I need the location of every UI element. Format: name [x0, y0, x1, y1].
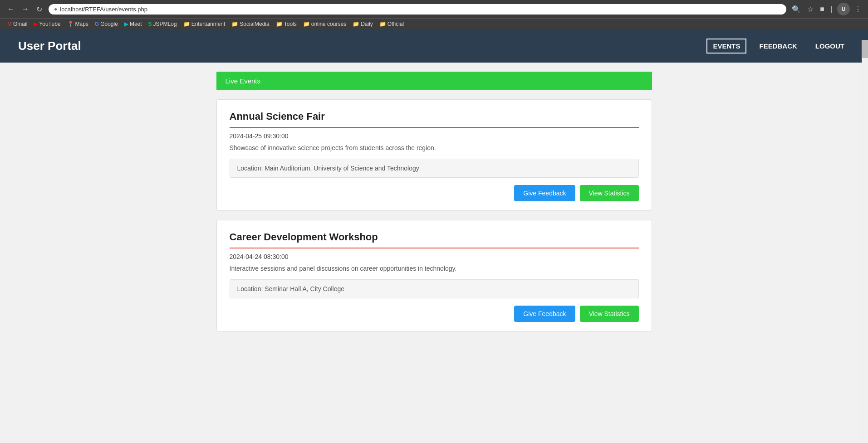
event-description-2: Interactive sessions and panel discussio… — [230, 265, 639, 272]
meet-icon: ▶ — [124, 21, 128, 27]
reload-button[interactable]: ↻ — [34, 4, 45, 15]
event-card-1: Annual Science Fair 2024-04-25 09:30:00 … — [216, 99, 652, 211]
view-statistics-button-2[interactable]: View Statistics — [580, 306, 639, 322]
event-date-1: 2024-04-25 09:30:00 — [230, 132, 639, 140]
gmail-icon: M — [7, 21, 12, 27]
bookmark-maps[interactable]: 📍 Maps — [64, 20, 91, 28]
forward-button[interactable]: → — [19, 4, 32, 14]
app-title: User Portal — [18, 39, 81, 53]
bookmark-socialmedia-label: SocialMedia — [240, 21, 269, 27]
bookmark-button[interactable]: ☆ — [805, 4, 815, 15]
bookmark-onlinecourses-label: online courses — [311, 21, 346, 27]
bookmark-jspmlog-label: JSPMLog — [153, 21, 177, 27]
event-title-1: Annual Science Fair — [230, 111, 639, 128]
event-location-1: Location: Main Auditorium, University of… — [230, 159, 639, 178]
bookmark-google[interactable]: G Google — [92, 20, 121, 28]
browser-nav-buttons: ← → ↻ — [5, 4, 45, 15]
maps-icon: 📍 — [67, 21, 74, 27]
give-feedback-button-2[interactable]: Give Feedback — [514, 306, 575, 322]
bookmark-onlinecourses[interactable]: 📁 online courses — [300, 20, 349, 28]
event-actions-1: Give Feedback View Statistics — [230, 178, 639, 210]
folder-daily-icon: 📁 — [353, 21, 359, 27]
search-button[interactable]: 🔍 — [790, 4, 803, 15]
bookmark-meet-label: Meet — [130, 21, 142, 27]
give-feedback-button-1[interactable]: Give Feedback — [514, 185, 575, 201]
bookmark-jspmlog[interactable]: S JSPMLog — [146, 20, 180, 28]
bookmark-meet[interactable]: ▶ Meet — [122, 20, 145, 28]
nav-feedback[interactable]: FEEDBACK — [754, 39, 802, 53]
app-header: User Portal EVENTS FEEDBACK LOGOUT — [0, 29, 868, 63]
bookmark-socialmedia[interactable]: 📁 SocialMedia — [229, 20, 272, 28]
view-statistics-button-1[interactable]: View Statistics — [580, 185, 639, 201]
nav-links: EVENTS FEEDBACK LOGOUT — [706, 39, 850, 54]
event-date-2: 2024-04-24 08:30:00 — [230, 253, 639, 260]
main-content: Live Events Annual Science Fair 2024-04-… — [207, 63, 661, 350]
bookmark-youtube[interactable]: ▶ YouTube — [31, 20, 63, 28]
live-events-label: Live Events — [226, 77, 261, 85]
event-description-1: Showcase of innovative science projects … — [230, 144, 639, 151]
address-icon: ● — [54, 6, 57, 12]
bookmark-official[interactable]: 📁 Official — [377, 20, 407, 28]
folder-entertainment-icon: 📁 — [183, 21, 190, 27]
google-icon: G — [95, 21, 99, 27]
bookmark-official-label: Official — [387, 21, 404, 27]
avatar[interactable]: U — [837, 3, 850, 15]
browser-actions: 🔍 ☆ ■ | U ⋮ — [790, 3, 863, 15]
scrollbar[interactable] — [862, 40, 868, 443]
scrollbar-thumb[interactable] — [862, 40, 868, 58]
bookmark-daily[interactable]: 📁 Daily — [350, 20, 376, 28]
bookmark-maps-label: Maps — [75, 21, 88, 27]
jspmlog-icon: S — [148, 21, 152, 27]
extensions-button[interactable]: ■ — [818, 4, 826, 14]
bookmarks-bar: M Gmail ▶ YouTube 📍 Maps G Google ▶ Meet… — [0, 18, 868, 29]
bookmark-gmail-label: Gmail — [13, 21, 27, 27]
bookmark-youtube-label: YouTube — [39, 21, 60, 27]
bookmark-gmail[interactable]: M Gmail — [5, 20, 30, 28]
back-button[interactable]: ← — [5, 4, 17, 14]
folder-tools-icon: 📁 — [276, 21, 283, 27]
live-events-banner: Live Events — [216, 72, 652, 90]
bookmark-tools[interactable]: 📁 Tools — [273, 20, 299, 28]
nav-logout[interactable]: LOGOUT — [810, 39, 850, 53]
bookmark-entertainment[interactable]: 📁 Entertainment — [181, 20, 228, 28]
url-text: localhost/RTEFA/user/events.php — [60, 6, 147, 13]
menu-button[interactable]: ⋮ — [853, 4, 863, 15]
youtube-icon: ▶ — [34, 21, 38, 27]
bookmark-daily-label: Daily — [361, 21, 373, 27]
event-title-2: Career Development Workshop — [230, 231, 639, 248]
folder-official-icon: 📁 — [379, 21, 386, 27]
bookmark-tools-label: Tools — [284, 21, 297, 27]
nav-events[interactable]: EVENTS — [706, 39, 746, 54]
event-actions-2: Give Feedback View Statistics — [230, 298, 639, 331]
folder-socialmedia-icon: 📁 — [231, 21, 238, 27]
address-bar[interactable]: ● localhost/RTEFA/user/events.php — [49, 4, 786, 15]
event-location-2: Location: Seminar Hall A, City College — [230, 279, 639, 298]
folder-onlinecourses-icon: 📁 — [303, 21, 310, 27]
browser-chrome: ← → ↻ ● localhost/RTEFA/user/events.php … — [0, 0, 868, 18]
event-card-2: Career Development Workshop 2024-04-24 0… — [216, 220, 652, 331]
bookmark-google-label: Google — [100, 21, 118, 27]
bookmark-entertainment-label: Entertainment — [191, 21, 226, 27]
